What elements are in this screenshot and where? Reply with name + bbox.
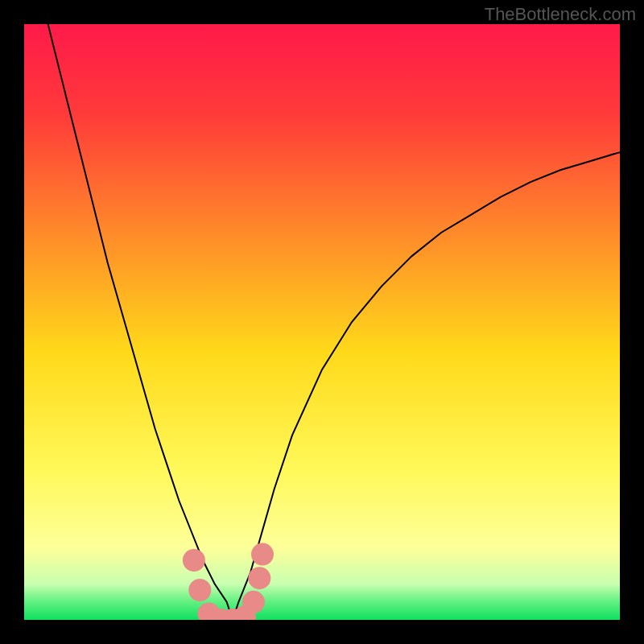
watermark-text: TheBottleneck.com <box>485 4 636 25</box>
chart-svg <box>24 24 620 620</box>
marker-point <box>242 591 265 613</box>
chart-background <box>24 24 620 620</box>
marker-point <box>248 567 270 589</box>
marker-point <box>251 543 274 566</box>
marker-point <box>188 579 211 601</box>
marker-point <box>183 549 205 572</box>
chart-plot-area <box>24 24 620 620</box>
